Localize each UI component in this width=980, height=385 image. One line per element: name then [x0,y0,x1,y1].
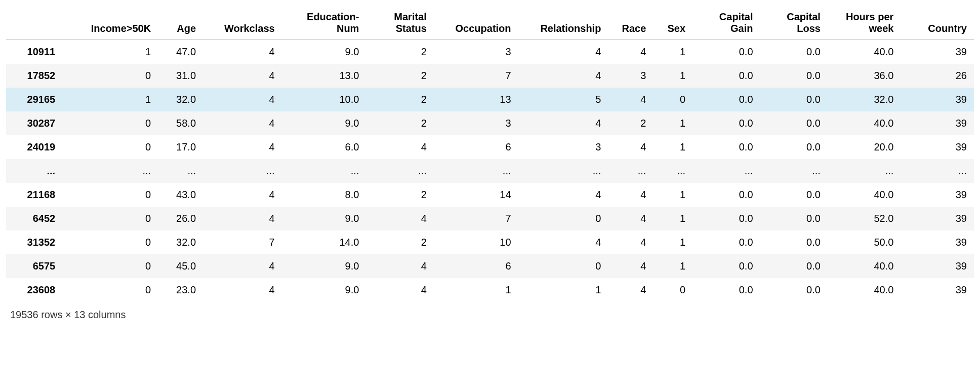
cell: 1 [518,278,608,302]
index-header [6,6,62,40]
cell: 0.0 [760,254,828,278]
cell: 39 [901,183,974,207]
cell: 0 [62,111,158,135]
cell: 9.0 [282,207,366,230]
cell: 0.0 [692,88,760,111]
cell: 4 [518,111,608,135]
cell: 3 [434,111,518,135]
cell: 0.0 [760,278,828,302]
table-body: 10911147.049.0234410.00.040.03917852031.… [6,40,974,302]
cell: 4 [518,183,608,207]
cell: 1 [653,183,692,207]
cell: 40.0 [828,278,901,302]
row-index: 17852 [6,64,62,88]
table-row: 24019017.046.0463410.00.020.039 [6,135,974,159]
row-index: 29165 [6,88,62,111]
cell: 31.0 [158,64,203,88]
cell: 40.0 [828,111,901,135]
cell: 0.0 [692,135,760,159]
col-header: Country [901,6,974,40]
cell: 52.0 [828,207,901,230]
row-index: 21168 [6,183,62,207]
cell: 6 [434,254,518,278]
cell: 4 [203,183,282,207]
cell: 2 [366,64,433,88]
cell: 40.0 [828,40,901,64]
cell: 26.0 [158,207,203,230]
cell: ... [692,159,760,183]
cell: 50.0 [828,230,901,254]
cell: 23.0 [158,278,203,302]
col-header: Relationship [518,6,608,40]
cell: 1 [653,64,692,88]
cell: 2 [366,111,433,135]
cell: 40.0 [828,254,901,278]
cell: 0.0 [760,111,828,135]
cell: ... [901,159,974,183]
cell: 0 [62,254,158,278]
cell: 58.0 [158,111,203,135]
cell: 2 [608,111,653,135]
cell: 0 [62,278,158,302]
cell: 39 [901,207,974,230]
col-header: Marital Status [366,6,433,40]
cell: 1 [653,111,692,135]
cell: 0.0 [692,183,760,207]
cell: 4 [366,254,433,278]
cell: 4 [366,135,433,159]
cell: 39 [901,230,974,254]
cell: 32.0 [828,88,901,111]
cell: 13.0 [282,64,366,88]
cell: 7 [434,207,518,230]
table-row: 6452026.049.0470410.00.052.039 [6,207,974,230]
cell: 0.0 [760,88,828,111]
cell: 9.0 [282,111,366,135]
data-table: Income>50K Age Workclass Education-Num M… [6,6,974,302]
cell: 6.0 [282,135,366,159]
cell: 0.0 [760,183,828,207]
cell: 8.0 [282,183,366,207]
table-row: 6575045.049.0460410.00.040.039 [6,254,974,278]
col-header: Hours per week [828,6,901,40]
cell: ... [366,159,433,183]
table-row: 21168043.048.02144410.00.040.039 [6,183,974,207]
cell: 0.0 [692,230,760,254]
cell: 0 [62,230,158,254]
cell: 39 [901,135,974,159]
cell: 4 [608,135,653,159]
cell: 1 [62,88,158,111]
cell: 39 [901,88,974,111]
dataframe-preview: Income>50K Age Workclass Education-Num M… [0,0,980,331]
cell: 0.0 [692,64,760,88]
cell: 9.0 [282,40,366,64]
cell: 0.0 [760,40,828,64]
ellipsis-row: ........................................… [6,159,974,183]
col-header: Workclass [203,6,282,40]
cell: 1 [62,40,158,64]
cell: 4 [203,88,282,111]
cell: ... [760,159,828,183]
cell: 4 [608,254,653,278]
cell: 0.0 [692,207,760,230]
cell: 9.0 [282,278,366,302]
cell: 39 [901,278,974,302]
cell: 0 [518,207,608,230]
cell: 4 [608,40,653,64]
cell: 1 [653,230,692,254]
cell: 9.0 [282,254,366,278]
cell: 1 [653,207,692,230]
cell: 1 [653,135,692,159]
col-header: Capital Gain [692,6,760,40]
cell: 7 [434,64,518,88]
cell: ... [203,159,282,183]
col-header: Age [158,6,203,40]
cell: 0.0 [692,111,760,135]
cell: 20.0 [828,135,901,159]
cell: 4 [203,254,282,278]
cell: 2 [366,230,433,254]
cell: 0 [518,254,608,278]
cell: 0.0 [760,207,828,230]
cell: 2 [366,40,433,64]
cell: 0.0 [760,230,828,254]
cell: 2 [366,183,433,207]
